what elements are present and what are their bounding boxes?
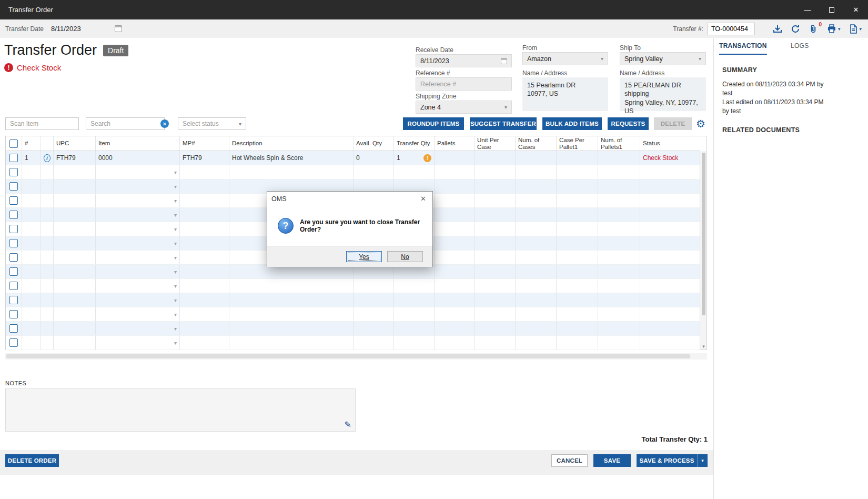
row-checkbox[interactable] [9, 324, 18, 333]
minimize-button[interactable]: — [795, 0, 820, 19]
maximize-button[interactable] [820, 0, 844, 19]
row-item-select[interactable]: ▾ [95, 222, 179, 236]
row-item-select[interactable]: ▾ [95, 307, 179, 321]
tab-logs[interactable]: LOGS [791, 42, 809, 54]
chevron-down-icon[interactable]: ▾ [174, 184, 177, 189]
save-process-button[interactable]: SAVE & PROCESS [637, 454, 697, 467]
row-checkbox[interactable] [9, 154, 18, 162]
yes-button[interactable]: Yes [346, 251, 382, 262]
calendar-icon[interactable] [115, 25, 122, 32]
calendar-icon[interactable] [501, 58, 507, 64]
row-item-select[interactable]: ▾ [95, 179, 179, 193]
document-actions-button[interactable]: ▾ [849, 24, 862, 34]
row-item-select[interactable]: ▾ [95, 265, 179, 278]
horizontal-scrollbar-thumb[interactable] [6, 354, 690, 358]
chevron-down-icon[interactable]: ▾ [174, 212, 177, 218]
table-row-empty[interactable]: ▾ [6, 265, 700, 279]
row-item-select[interactable]: ▾ [95, 322, 179, 335]
vertical-scrollbar-thumb[interactable] [702, 153, 705, 315]
save-button[interactable]: SAVE [593, 454, 631, 467]
chevron-down-icon[interactable]: ▾ [174, 169, 177, 175]
row-item[interactable]: 0000 [95, 151, 179, 165]
close-button[interactable]: ✕ [844, 0, 868, 19]
row-item-select[interactable]: ▾ [95, 336, 179, 350]
from-select[interactable]: Amazon ▾ [522, 52, 608, 65]
row-transfer-qty[interactable]: 1 ! [393, 151, 434, 165]
chevron-down-icon[interactable]: ▾ [174, 255, 177, 261]
transfer-qty-value[interactable]: 1 [397, 154, 400, 162]
chevron-down-icon[interactable]: ▾ [174, 283, 177, 289]
transfer-number-input[interactable] [708, 23, 755, 35]
row-checkbox[interactable] [9, 211, 18, 219]
save-process-dropdown-button[interactable]: ▾ [697, 454, 708, 467]
search-input[interactable] [86, 117, 165, 130]
row-checkbox[interactable] [9, 282, 18, 290]
row-item-select[interactable]: ▾ [95, 194, 179, 207]
document-dropdown-icon[interactable]: ▾ [859, 26, 862, 32]
reference-input[interactable] [420, 81, 507, 88]
row-pallets[interactable] [434, 151, 474, 165]
dialog-close-icon[interactable]: ✕ [418, 195, 428, 203]
print-button[interactable]: ▾ [826, 24, 841, 34]
clear-search-icon[interactable]: ✕ [160, 119, 169, 128]
scroll-down-icon[interactable]: ▾ [700, 344, 707, 349]
chevron-down-icon[interactable]: ▾ [174, 269, 177, 275]
row-item-select[interactable]: ▾ [95, 208, 179, 222]
row-checkbox[interactable] [9, 182, 18, 191]
print-dropdown-icon[interactable]: ▾ [838, 26, 841, 32]
row-checkbox[interactable] [9, 267, 18, 276]
chevron-down-icon[interactable]: ▾ [174, 312, 177, 317]
chevron-down-icon[interactable]: ▾ [174, 198, 177, 204]
row-checkbox[interactable] [9, 296, 18, 304]
row-item-select[interactable]: ▾ [95, 165, 179, 179]
row-checkbox[interactable] [9, 196, 18, 205]
chevron-down-icon[interactable]: ▾ [174, 226, 177, 232]
table-row-empty[interactable]: ▾ [6, 293, 700, 307]
notes-textarea[interactable] [5, 388, 356, 432]
cancel-button[interactable]: CANCEL [551, 454, 588, 467]
edit-pencil-icon[interactable]: ✎ [345, 420, 351, 430]
attachments-button[interactable]: 0 [809, 24, 818, 34]
row-item-select[interactable]: ▾ [95, 279, 179, 293]
chevron-down-icon[interactable]: ▾ [174, 241, 177, 246]
refresh-button[interactable] [791, 24, 800, 34]
row-checkbox[interactable] [9, 168, 18, 176]
table-row[interactable]: 1 i FTH79 0000 FTH79 Hot Wheels Spin & S… [6, 151, 700, 165]
select-all-checkbox[interactable] [9, 139, 18, 148]
receive-date-field[interactable] [416, 54, 512, 67]
row-checkbox[interactable] [9, 239, 18, 247]
suggest-transfer-button[interactable]: SUGGEST TRANSFER [470, 117, 537, 130]
row-item-select[interactable]: ▾ [95, 236, 179, 250]
delete-order-button[interactable]: DELETE ORDER [5, 454, 59, 467]
row-checkbox[interactable] [9, 310, 18, 318]
table-row-empty[interactable]: ▾ [6, 307, 700, 322]
vertical-scrollbar[interactable]: ▾ [700, 151, 706, 350]
chevron-down-icon[interactable]: ▾ [174, 297, 177, 303]
info-icon[interactable]: i [44, 154, 51, 162]
status-filter-select[interactable]: Select status ▾ [178, 117, 246, 130]
roundup-items-button[interactable]: ROUNDUP ITEMS [403, 117, 464, 130]
row-checkbox[interactable] [9, 225, 18, 233]
row-checkbox[interactable] [9, 253, 18, 262]
table-row-empty[interactable]: ▾ [6, 336, 700, 350]
scan-item-input[interactable] [5, 117, 79, 130]
gear-icon[interactable]: ⚙ [696, 118, 705, 129]
receive-date-input[interactable] [420, 57, 501, 65]
table-row-empty[interactable]: ▾ [6, 165, 700, 179]
no-button[interactable]: No [387, 251, 423, 262]
chevron-down-icon[interactable]: ▾ [174, 340, 177, 346]
chevron-down-icon[interactable]: ▾ [174, 326, 177, 332]
requests-button[interactable]: REQUESTS [608, 117, 649, 130]
reference-field[interactable] [416, 77, 512, 91]
export-button[interactable] [773, 24, 782, 34]
bulk-add-items-button[interactable]: BULK ADD ITEMS [542, 117, 602, 130]
transfer-date-value[interactable]: 8/11/2023 [51, 25, 81, 33]
table-row-empty[interactable]: ▾ [6, 322, 700, 336]
ship-to-select[interactable]: Spring Valley ▾ [620, 52, 706, 65]
tab-transaction[interactable]: TRANSACTION [719, 42, 767, 55]
row-checkbox[interactable] [9, 338, 18, 347]
shipping-zone-select[interactable]: Zone 4 ▾ [416, 101, 512, 114]
delete-button[interactable]: DELETE [654, 117, 692, 130]
table-row-empty[interactable]: ▾ [6, 279, 700, 293]
horizontal-scrollbar[interactable] [5, 353, 707, 360]
